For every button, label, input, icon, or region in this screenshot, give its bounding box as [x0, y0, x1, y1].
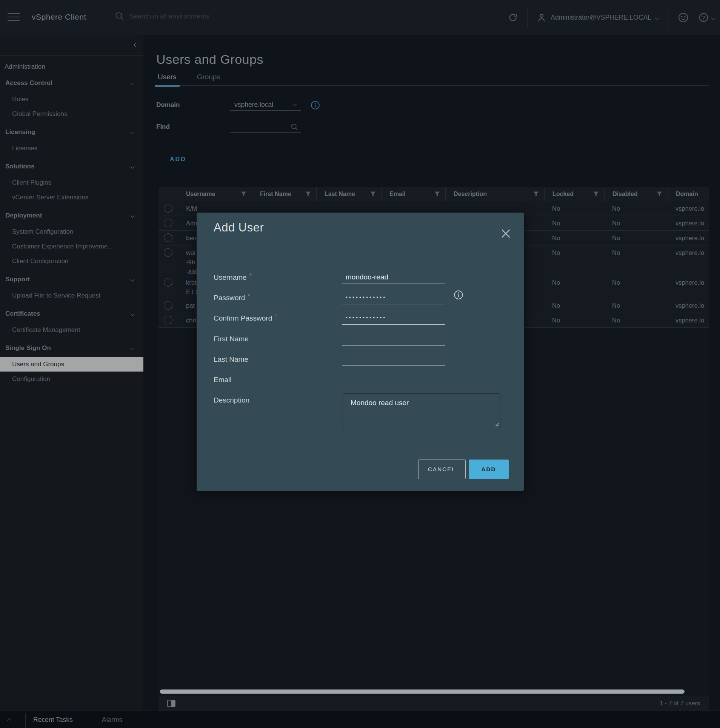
horizontal-scrollbar[interactable] [158, 688, 709, 695]
sidebar-item-label: Roles [12, 96, 28, 103]
filter-icon[interactable] [370, 191, 376, 196]
column-header-username[interactable]: Username [178, 187, 252, 201]
find-filter-row: Find [156, 121, 301, 133]
first-name-input[interactable] [342, 333, 445, 345]
username-field-row: Username * [214, 272, 252, 283]
sidebar-item-configuration[interactable]: Configuration [0, 372, 143, 386]
sidebar-item-client-plugins[interactable]: Client Plugins [0, 175, 143, 190]
find-input[interactable] [230, 121, 287, 130]
alarms-tab[interactable]: Alarms [102, 716, 122, 724]
search-icon [291, 123, 298, 131]
sidebar-item-label: Solutions [5, 163, 34, 170]
sidebar-item-label: Single Sign On [5, 344, 51, 352]
sidebar-item-deployment[interactable]: Deployment [0, 207, 143, 224]
row-select-cell [158, 216, 178, 230]
confirm-password-value: •••••••••••• [342, 313, 445, 321]
email-input[interactable] [342, 374, 445, 386]
sidebar-item-roles[interactable]: Roles [0, 92, 143, 106]
table-footer: 1 - 7 of 7 users [158, 696, 709, 711]
sidebar-item-label: Access Control [5, 79, 52, 87]
sidebar-item-licenses[interactable]: Licenses [0, 141, 143, 156]
cell-locked: No [544, 231, 604, 245]
user-menu[interactable]: Administrator@VSPHERE.LOCAL [537, 13, 658, 23]
filter-icon[interactable] [593, 191, 599, 196]
filter-icon[interactable] [434, 191, 440, 196]
row-radio[interactable] [164, 204, 172, 213]
sidebar-item-licensing[interactable]: Licensing [0, 123, 143, 141]
column-header-email[interactable]: Email [381, 187, 445, 201]
column-header-last-name[interactable]: Last Name [316, 187, 381, 201]
sidebar-item-upload-file-to-service-request[interactable]: Upload File to Service Request [0, 288, 143, 303]
column-header-selection[interactable] [158, 187, 178, 201]
column-header-locked[interactable]: Locked [544, 187, 604, 201]
feedback-smiley-icon[interactable] [678, 12, 689, 23]
close-icon[interactable] [502, 229, 510, 238]
sidebar-item-system-configuration[interactable]: System Configuration [0, 224, 143, 239]
add-button[interactable]: ADD [469, 460, 509, 479]
sidebar-item-global-permissions[interactable]: Global Permissions [0, 106, 143, 121]
sidebar-item-customer-experience-improveme[interactable]: Customer Experience Improveme... [0, 239, 143, 254]
password-info-icon[interactable] [454, 290, 463, 300]
global-search[interactable]: Search in all environments [115, 11, 209, 21]
sidebar-item-access-control[interactable]: Access Control [0, 74, 143, 92]
top-header-actions: Administrator@VSPHERE.LOCAL ? [508, 0, 715, 35]
sidebar-item-label: vCenter Server Extensions [12, 194, 88, 201]
username-field [342, 272, 445, 284]
description-input[interactable]: Mondoo read user [343, 394, 500, 428]
cell-disabled: No [604, 313, 668, 327]
scrollbar-thumb[interactable] [160, 689, 685, 694]
refresh-icon[interactable] [508, 12, 518, 23]
column-header-description[interactable]: Description [445, 187, 544, 201]
column-selector-icon[interactable] [167, 700, 175, 707]
divider [527, 8, 528, 28]
sidebar-collapse-button[interactable] [0, 35, 143, 56]
chevron-up-icon[interactable] [7, 718, 11, 722]
domain-info-icon[interactable] [311, 100, 320, 110]
chevron-down-icon [130, 130, 134, 134]
row-radio[interactable] [164, 248, 172, 257]
help-menu[interactable]: ? [698, 12, 715, 23]
table-header-row: UsernameFirst NameLast NameEmailDescript… [158, 187, 709, 201]
recent-tasks-tab[interactable]: Recent Tasks [33, 716, 73, 724]
sidebar-item-solutions[interactable]: Solutions [0, 158, 143, 175]
email-field [342, 374, 445, 386]
sidebar-item-users-and-groups[interactable]: Users and Groups [0, 357, 143, 372]
column-header-first-name[interactable]: First Name [252, 187, 316, 201]
required-marker: * [248, 293, 250, 300]
domain-select[interactable]: vsphere.local [230, 99, 301, 111]
filter-icon[interactable] [533, 191, 539, 196]
sidebar-item-support[interactable]: Support [0, 271, 143, 288]
filter-icon[interactable] [241, 191, 246, 196]
last-name-input[interactable] [342, 354, 445, 366]
filter-icon[interactable] [657, 191, 662, 196]
column-header-domain[interactable]: Domain [668, 187, 709, 201]
sidebar-item-certificate-management[interactable]: Certificate Management [0, 322, 143, 337]
resize-handle-icon[interactable] [494, 422, 499, 427]
row-radio[interactable] [164, 219, 172, 227]
hamburger-menu-icon[interactable] [8, 13, 20, 21]
row-radio[interactable] [164, 301, 172, 310]
row-radio[interactable] [164, 278, 172, 287]
cell-domain: vsphere.lo [668, 231, 709, 245]
password-field[interactable]: •••••••••••• [342, 292, 445, 304]
sidebar-item-client-configuration[interactable]: Client Configuration [0, 254, 143, 268]
tabs: Users Groups [156, 73, 709, 86]
row-radio[interactable] [164, 316, 172, 324]
sidebar-item-label: System Configuration [12, 228, 74, 236]
row-radio[interactable] [164, 233, 172, 242]
confirm-password-field[interactable]: •••••••••••• [342, 313, 445, 325]
tab-groups[interactable]: Groups [195, 73, 222, 81]
sidebar-item-label: Certificates [5, 310, 40, 318]
user-menu-label: Administrator@VSPHERE.LOCAL [551, 14, 651, 22]
sidebar-item-single-sign-on[interactable]: Single Sign On [0, 339, 143, 357]
add-user-toolbar-button[interactable]: ADD [170, 156, 186, 163]
column-header-disabled[interactable]: Disabled [604, 187, 668, 201]
sidebar-item-certificates[interactable]: Certificates [0, 305, 143, 322]
filter-icon[interactable] [305, 191, 311, 196]
cancel-button[interactable]: CANCEL [418, 460, 466, 479]
username-input[interactable] [342, 272, 445, 284]
search-icon [115, 11, 125, 21]
tab-users[interactable]: Users [156, 73, 178, 81]
last-name-field-row: Last Name [214, 354, 248, 365]
sidebar-item-vcenter-server-extensions[interactable]: vCenter Server Extensions [0, 190, 143, 205]
